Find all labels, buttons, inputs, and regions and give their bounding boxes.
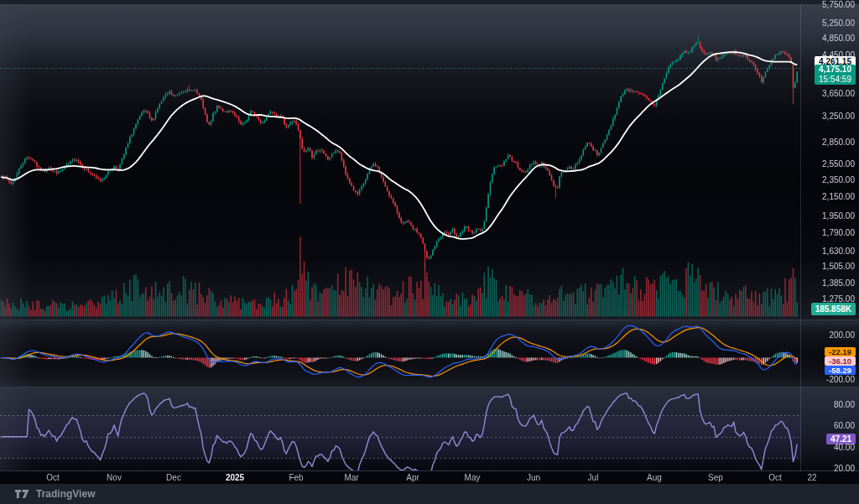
- tradingview-attribution[interactable]: TradingView: [15, 488, 95, 500]
- time-axis[interactable]: [0, 471, 859, 484]
- price-chart-canvas[interactable]: [0, 0, 859, 504]
- price-axis[interactable]: [801, 4, 859, 471]
- footer: TradingView: [0, 484, 859, 504]
- tradingview-logo-icon: [15, 489, 30, 499]
- chart-root: 4,261.15 4,175.10 15:54:59 185.858K -22.…: [0, 0, 859, 504]
- attribution-text: TradingView: [36, 488, 95, 500]
